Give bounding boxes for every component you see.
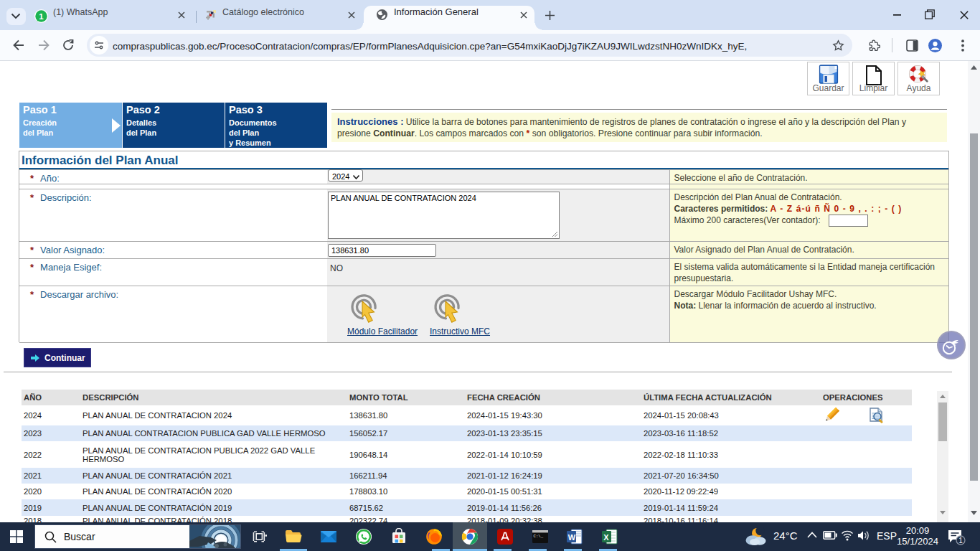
svg-text:1: 1 <box>958 537 963 545</box>
svg-text:W: W <box>568 533 576 542</box>
svg-text:1: 1 <box>39 12 44 21</box>
svg-text:X: X <box>603 533 609 542</box>
svg-text:C:\_: C:\_ <box>534 534 544 539</box>
